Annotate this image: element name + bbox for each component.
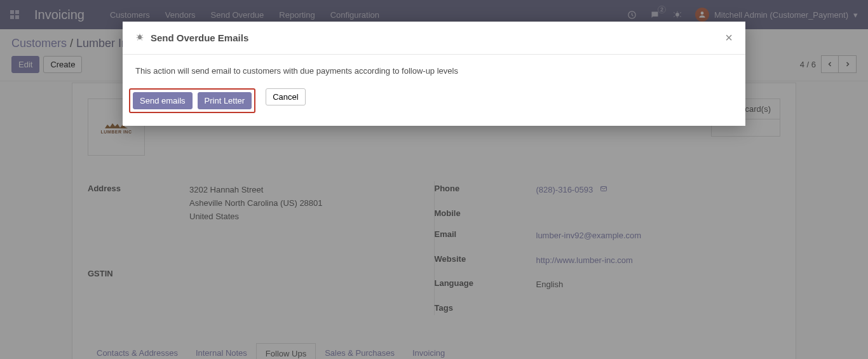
svg-point-4 xyxy=(138,35,142,39)
close-icon[interactable]: × xyxy=(725,30,733,45)
modal-header: Send Overdue Emails × xyxy=(123,22,745,55)
cancel-button[interactable]: Cancel xyxy=(266,88,305,105)
modal-print-letter-button[interactable]: Print Letter xyxy=(198,92,252,109)
bug-icon[interactable] xyxy=(135,32,144,43)
modal-title: Send Overdue Emails xyxy=(151,32,248,43)
send-overdue-modal: Send Overdue Emails × This action will s… xyxy=(123,22,745,126)
send-emails-button[interactable]: Send emails xyxy=(133,92,193,109)
highlight-annotation: Send emails Print Letter xyxy=(129,88,255,113)
modal-body: This action will send email to customers… xyxy=(123,55,745,85)
modal-footer: Send emails Print Letter Cancel xyxy=(123,85,745,126)
